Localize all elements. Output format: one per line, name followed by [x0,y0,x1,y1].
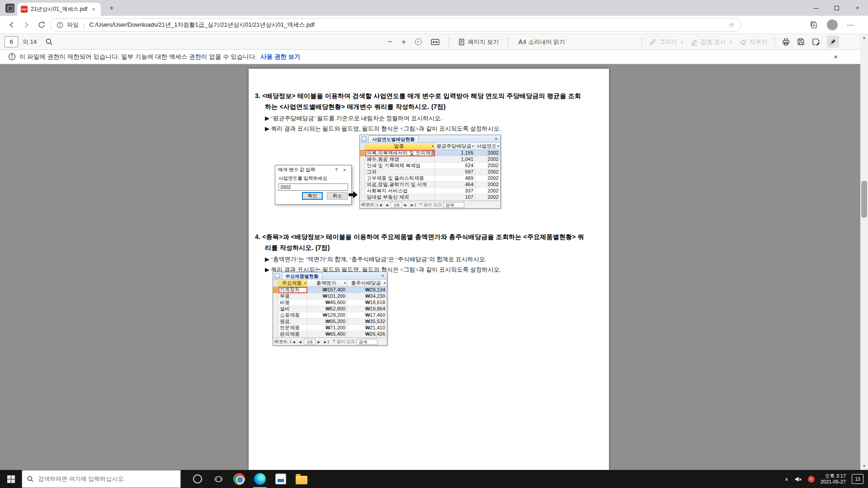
row-selector[interactable] [360,169,365,175]
volume-muted-icon[interactable] [794,475,802,483]
taskbar-search-input[interactable]: 검색하려면 여기에 입력하십시오. [22,470,181,488]
fit-to-width-icon[interactable] [431,38,439,46]
table-cell[interactable]: 편의제품 [278,331,307,338]
restore-button[interactable] [826,0,847,16]
table-row[interactable]: 기계장치₩157,400₩29,134 [273,287,387,293]
back-icon[interactable] [6,19,17,30]
cortana-button[interactable] [187,470,208,488]
column-dropdown-icon[interactable]: ▾ [384,281,386,285]
scroll-up-icon[interactable]: ▲ [860,34,868,42]
chrome-button[interactable] [229,470,250,488]
record-search-input[interactable]: 검색 [357,339,377,345]
print-icon[interactable] [782,38,790,46]
table-cell[interactable]: 2002 [475,169,500,175]
table-row[interactable]: 비품₩45,600₩18,618 [273,300,387,306]
row-selector[interactable] [360,150,365,156]
vertical-scrollbar[interactable]: ▲ ▼ [860,34,868,470]
table-row[interactable]: 사회복지 서비스업3372002 [360,188,500,194]
table-cell[interactable]: ₩19,864 [347,306,387,312]
table-row[interactable]: 고무제품 및 플라스틱제품4892002 [360,175,500,182]
start-button[interactable] [0,470,22,488]
table-cell[interactable]: 임대업 부동산 제외 [365,194,435,201]
workspace-icon[interactable] [5,4,14,13]
minimize-button[interactable]: — [806,0,826,16]
table-cell[interactable]: 107 [435,194,475,201]
erase-button[interactable]: 지우기 [740,38,767,46]
page-number-input[interactable]: 6 [5,36,18,47]
table-row[interactable]: 전문제품₩71,200₩21,410 [273,325,387,331]
table-cell[interactable]: 사회복지 서비스업 [365,188,435,194]
table-row[interactable]: 부품₩101,200₩34,230 [273,293,387,300]
table-cell[interactable]: 고무제품 및 플라스틱제품 [365,175,435,182]
close-button[interactable]: × [847,0,868,16]
table-cell[interactable]: 2002 [475,194,500,201]
table-cell[interactable]: 2002 [475,175,500,182]
table-cell[interactable]: 부품 [278,293,307,300]
draw-button[interactable]: 그리기 ∨ [649,38,684,46]
table-cell[interactable]: 의료,정밀,광학기기 및 시계 [365,182,435,188]
row-selector[interactable] [360,163,365,169]
file-explorer-button[interactable] [291,470,312,488]
filter-status-label[interactable]: 필터 없음 [424,202,442,208]
row-selector[interactable] [360,188,365,194]
record-next-controls[interactable]: ► ►Ⅰ [317,339,330,344]
table-cell[interactable]: 의복,의복액세서리 및 모피제품 [365,150,435,156]
table-cell[interactable]: 2002 [475,150,500,156]
tab-close-icon[interactable]: × [90,6,97,13]
table-cell[interactable]: ₩21,410 [347,325,387,331]
table-cell[interactable]: ₩71,200 [307,325,347,331]
row-selector[interactable] [273,300,278,306]
hidden-icons-chevron[interactable]: ∧ [785,476,788,482]
app-button[interactable] [270,470,291,488]
column-header[interactable]: 주요제품▾ [278,280,307,286]
datasheet-close-icon[interactable]: × [380,273,386,278]
zoom-out-icon[interactable]: − [388,38,392,47]
row-selector[interactable] [273,319,278,325]
table-cell[interactable]: 전문제품 [278,325,307,331]
table-cell[interactable]: ₩95,200 [307,319,347,325]
tab-title[interactable]: 21년상시01_액세스.pdf [31,5,90,13]
chevron-down-icon[interactable]: ∨ [680,40,684,44]
table-cell[interactable]: 원료 [278,319,307,325]
row-selector[interactable] [273,306,278,312]
table-row[interactable]: 의복,의복액세서리 및 모피제품1,1552002 [360,150,500,156]
zoom-in-icon[interactable]: + [401,38,406,47]
row-selector[interactable] [360,182,365,188]
collections-icon[interactable] [810,21,818,29]
parameter-input[interactable]: 2002 [278,183,348,191]
table-cell[interactable]: 2002 [475,163,500,169]
profile-avatar[interactable] [827,19,838,30]
table-cell[interactable]: ₩157,400 [307,287,347,293]
column-dropdown-icon[interactable]: ▾ [304,281,306,285]
table-cell[interactable]: 597 [435,169,475,175]
table-cell[interactable]: ₩65,400 [307,331,347,338]
column-header[interactable]: 사업연도▾ [475,143,500,150]
record-search-input[interactable]: 검색 [443,202,464,208]
column-dropdown-icon[interactable]: ▾ [344,281,346,285]
table-row[interactable]: 원료₩95,200₩35,532 [273,319,387,325]
row-selector[interactable] [273,325,278,331]
refresh-icon[interactable] [36,19,47,30]
help-icon[interactable]: ? [332,167,340,173]
view-permissions-link[interactable]: 사용 권한 보기 [260,53,301,61]
record-prev-controls[interactable]: Ⅰ◄ ◄ [290,339,302,344]
table-row[interactable]: 의료,정밀,광학기기 및 시계4642002 [360,182,500,188]
table-cell[interactable]: 337 [435,188,475,194]
record-position[interactable]: 1/8 [391,202,402,208]
table-cell[interactable]: 인쇄 및 기록매체 복제업 [365,163,435,169]
filter-icon[interactable] [420,203,422,206]
highlight-button[interactable]: 강조 표시 ∨ [691,38,732,46]
pin-toolbar-button[interactable] [827,36,839,48]
notice-close-icon[interactable]: × [834,53,838,61]
filter-icon[interactable] [333,340,335,343]
table-row[interactable]: 쇼핑제품₩129,200₩17,460 [273,312,387,319]
new-tab-button[interactable]: + [107,4,116,13]
action-center-button[interactable]: 13 [852,474,863,484]
read-aloud-button[interactable]: 소리내어 읽기 [518,38,566,46]
column-header[interactable]: 총액면가▾ [307,280,347,286]
scrollbar-thumb[interactable] [861,181,867,218]
table-cell[interactable]: ₩101,200 [307,293,347,300]
table-row[interactable]: 폐수,원료 재생1,0412002 [360,156,500,163]
column-dropdown-icon[interactable]: ▾ [497,144,499,148]
chevron-down-icon[interactable]: ∨ [729,40,732,44]
